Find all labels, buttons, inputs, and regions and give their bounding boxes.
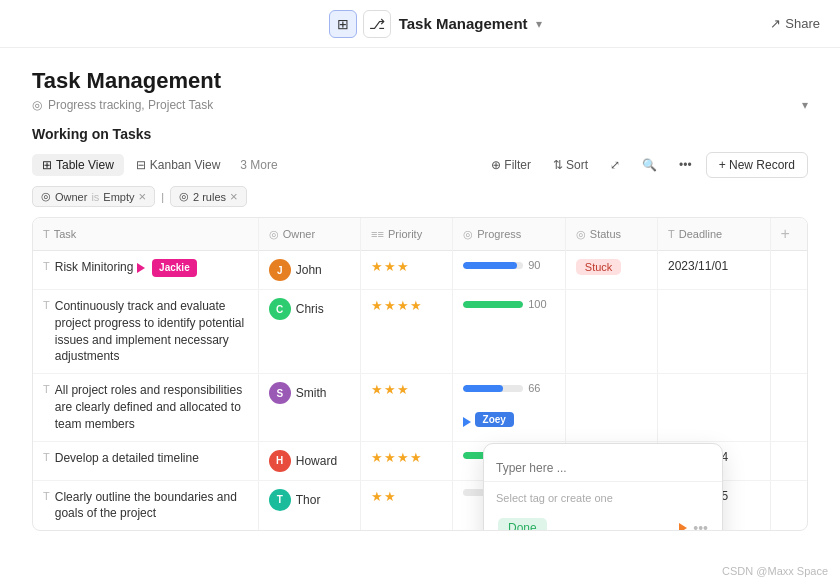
filter-owner-op: is: [91, 191, 99, 203]
deadline-value: 2023/11/01: [668, 259, 728, 273]
table-icon-btn[interactable]: ⊞: [329, 10, 357, 38]
col-header-task[interactable]: TTask: [33, 218, 258, 251]
priority-stars: ★★★★: [371, 450, 423, 465]
filter-owner-icon: ◎: [41, 190, 51, 203]
arrow-task-icon: [137, 263, 145, 273]
task-text: Continuously track and evaluate project …: [55, 298, 248, 365]
watermark: CSDN @Maxx Space: [722, 565, 828, 577]
arrow-done-icon: [679, 523, 687, 531]
table-view-icon: ⊞: [42, 158, 52, 172]
deadline-col-icon: T: [668, 228, 675, 240]
data-table: TTask ◎Owner ≡≡Priority ◎Progress ◎Statu…: [32, 217, 808, 531]
owner-name: Chris: [296, 302, 324, 316]
col-header-owner[interactable]: ◎Owner: [258, 218, 360, 251]
share-icon: ↗: [770, 16, 781, 31]
filter-owner-value: Empty: [103, 191, 134, 203]
owner-cell[interactable]: J John: [258, 251, 360, 290]
filter-label: Filter: [504, 158, 531, 172]
more-options-btn[interactable]: •••: [671, 154, 700, 176]
task-cell[interactable]: T Continuously track and evaluate projec…: [33, 290, 258, 374]
topbar-center: ⊞ ⎇ Task Management ▾: [329, 10, 542, 38]
new-record-btn[interactable]: + New Record: [706, 152, 808, 178]
dropdown-item-done[interactable]: Done •••: [484, 512, 722, 531]
priority-stars: ★★★★: [371, 298, 423, 313]
priority-cell: ★★: [361, 480, 453, 530]
owner-cell[interactable]: C Chris: [258, 290, 360, 374]
col-header-add[interactable]: +: [770, 218, 807, 251]
filter-btn[interactable]: ⊕ Filter: [483, 154, 539, 176]
priority-cell: ★★★★: [361, 290, 453, 374]
title-chevron-icon[interactable]: ▾: [536, 17, 542, 31]
status-cell[interactable]: Stuck: [565, 251, 657, 290]
filter-rules-label: 2 rules: [193, 191, 226, 203]
priority-stars: ★★★: [371, 382, 410, 397]
col-header-deadline[interactable]: TDeadline: [658, 218, 771, 251]
more-views-btn[interactable]: 3 More: [232, 154, 285, 176]
filter-owner-close[interactable]: ×: [139, 190, 147, 203]
share-button[interactable]: ↗ Share: [770, 16, 820, 31]
task-cell[interactable]: T Develop a detailed timeline: [33, 441, 258, 480]
avatar: C: [269, 298, 291, 320]
task-type-icon: T: [43, 451, 50, 463]
filter-rules-icon: ◎: [179, 190, 189, 203]
meta-chevron: ▾: [802, 98, 808, 112]
col-header-progress[interactable]: ◎Progress: [453, 218, 566, 251]
avatar: J: [269, 259, 291, 281]
task-type-icon: T: [43, 383, 50, 395]
dropdown-search-container: [484, 454, 722, 482]
kanban-view-btn[interactable]: ⊟ Kanban View: [126, 154, 231, 176]
sort-btn[interactable]: ⇅ Sort: [545, 154, 596, 176]
topbar-icons: ⊞ ⎇: [329, 10, 391, 38]
priority-col-icon: ≡≡: [371, 228, 384, 240]
row-add-cell: [770, 251, 807, 290]
branch-icon-btn[interactable]: ⎇: [363, 10, 391, 38]
kanban-view-icon: ⊟: [136, 158, 146, 172]
deadline-cell: [658, 374, 771, 441]
meta-icon: ◎: [32, 98, 42, 112]
zoey-badge: Zoey: [475, 412, 514, 427]
status-cell[interactable]: [565, 374, 657, 441]
filter-owner-tag[interactable]: ◎ Owner is Empty ×: [32, 186, 155, 207]
owner-cell[interactable]: S Smith: [258, 374, 360, 441]
progress-bar: [463, 301, 523, 308]
expand-btn[interactable]: ⤢: [602, 154, 628, 176]
priority-stars: ★★: [371, 489, 397, 504]
row-add-cell: [770, 290, 807, 374]
owner-cell[interactable]: T Thor: [258, 480, 360, 530]
add-column-icon[interactable]: +: [781, 225, 790, 242]
search-btn[interactable]: 🔍: [634, 154, 665, 176]
dropdown-search-input[interactable]: [496, 461, 710, 475]
task-type-icon: T: [43, 299, 50, 311]
deadline-cell: 2023/11/01: [658, 251, 771, 290]
page-title: Task Management: [32, 68, 808, 94]
row-add-cell: [770, 374, 807, 441]
filter-rules-tag[interactable]: ◎ 2 rules ×: [170, 186, 247, 207]
owner-name: Howard: [296, 454, 337, 468]
status-dropdown: Select tag or create one Done ••• Stuck …: [483, 443, 723, 531]
task-cell[interactable]: T Clearly outline the boundaries and goa…: [33, 480, 258, 530]
col-header-status[interactable]: ◎Status: [565, 218, 657, 251]
owner-col-icon: ◎: [269, 228, 279, 240]
section-title: Working on Tasks: [32, 126, 808, 142]
status-cell[interactable]: [565, 290, 657, 374]
task-text: Risk Minitoring Jackie: [55, 259, 197, 277]
table-view-label: Table View: [56, 158, 114, 172]
sort-icon: ⇅: [553, 158, 563, 172]
avatar: H: [269, 450, 291, 472]
owner-cell[interactable]: H Howard: [258, 441, 360, 480]
task-badge: Jackie: [152, 259, 197, 277]
share-label: Share: [785, 16, 820, 31]
dropdown-label: Select tag or create one: [484, 488, 722, 508]
app-title: Task Management: [399, 15, 528, 32]
owner-name: Smith: [296, 386, 327, 400]
priority-stars: ★★★: [371, 259, 410, 274]
col-header-priority[interactable]: ≡≡Priority: [361, 218, 453, 251]
filter-rules-close[interactable]: ×: [230, 190, 238, 203]
done-options-icon[interactable]: •••: [693, 520, 708, 531]
table-header-row: TTask ◎Owner ≡≡Priority ◎Progress ◎Statu…: [33, 218, 807, 251]
task-cell[interactable]: T All project roles and responsibilities…: [33, 374, 258, 441]
progress-num: 90: [528, 259, 540, 271]
table-view-btn[interactable]: ⊞ Table View: [32, 154, 124, 176]
filter-divider: |: [161, 191, 164, 203]
task-cell[interactable]: T Risk Minitoring Jackie: [33, 251, 258, 290]
